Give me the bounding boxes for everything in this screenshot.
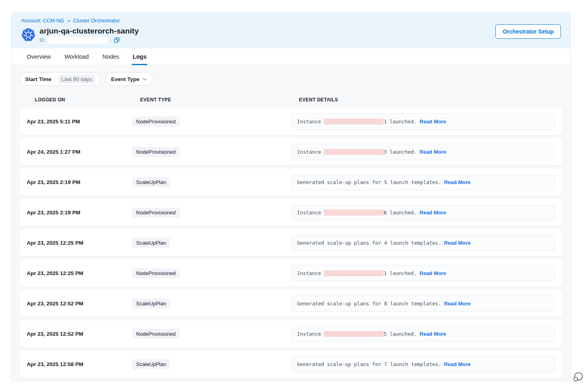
logged-on-value: Apr 23, 2025 12:25 PM <box>27 270 132 276</box>
table-row: Apr 23, 2025 12:52 PM NodeProvisioned In… <box>20 320 562 347</box>
id-separator: | <box>110 38 111 43</box>
event-type-badge: ScaleUpPlan <box>132 299 170 309</box>
detail-text: Instance <box>297 331 321 337</box>
table-row: Apr 23, 2025 12:25 PM NodeProvisioned In… <box>20 259 562 287</box>
redacted-instance-id <box>324 149 384 155</box>
chevron-down-icon <box>143 78 147 81</box>
event-details-box: Instance1 launched.Read More <box>291 265 555 281</box>
event-details-box: Instance3 launched.Read More <box>291 144 555 160</box>
logged-on-value: Apr 23, 2025 12:52 PM <box>27 331 132 337</box>
tab-workload[interactable]: Workload <box>63 48 89 65</box>
table-row: Apr 23, 2025 12:25 PM ScaleUpPlan Genera… <box>20 229 562 256</box>
detail-text: Instance <box>297 149 321 155</box>
detail-text: Generated scale-up plans for 7 launch te… <box>297 361 441 367</box>
read-more-link[interactable]: Read More <box>420 331 446 337</box>
event-type-badge: NodeProvisioned <box>132 147 180 157</box>
event-details-box: Generated scale-up plans for 7 launch te… <box>291 356 555 372</box>
logged-on-value: Apr 23, 2025 12:58 PM <box>27 361 132 367</box>
event-type-badge: NodeProvisioned <box>132 117 180 127</box>
table-row: Apr 23, 2025 12:58 PM ScaleUpPlan Genera… <box>20 350 562 378</box>
event-type-badge: NodeProvisioned <box>132 329 180 339</box>
breadcrumb-cluster-orchestrator-link[interactable]: Cluster Orchestrator <box>73 18 120 24</box>
detail-text: Instance <box>297 210 321 216</box>
id-label: ID: <box>40 38 46 43</box>
event-details-box: Generated scale-up plans for 4 launch te… <box>291 235 555 251</box>
chat-bubble-icon[interactable] <box>572 371 584 382</box>
logged-on-value: Apr 23, 2025 12:52 PM <box>27 301 132 307</box>
id-redacted-value <box>48 37 108 44</box>
detail-text: Generated scale-up plans for 4 launch te… <box>297 240 441 246</box>
event-details-box: Instance5 launched.Read More <box>291 326 555 342</box>
tab-bar: Overview Workload Nodes Logs <box>12 48 570 65</box>
read-more-link[interactable]: Read More <box>444 179 470 185</box>
event-details-box: Generated scale-up plans for 5 launch te… <box>291 174 555 190</box>
detail-text: B launched. <box>384 210 417 216</box>
detail-text: 3 launched. <box>384 149 417 155</box>
table-row: Apr 23, 2025 5:11 PM NodeProvisioned Ins… <box>20 108 562 135</box>
event-type-filter[interactable]: Event Type <box>105 72 152 86</box>
detail-text: 1 launched. <box>384 270 417 276</box>
filter-divider <box>55 76 55 82</box>
redacted-instance-id <box>324 210 384 216</box>
tab-overview[interactable]: Overview <box>26 48 51 65</box>
tab-logs[interactable]: Logs <box>132 48 147 65</box>
read-more-link[interactable]: Read More <box>420 149 446 155</box>
read-more-link[interactable]: Read More <box>444 240 470 246</box>
event-type-badge: NodeProvisioned <box>132 208 180 218</box>
detail-text: Instance <box>297 270 321 276</box>
redacted-instance-id <box>324 331 384 337</box>
breadcrumb-account-link[interactable]: Account: CCM-NG <box>21 18 64 24</box>
read-more-link[interactable]: Read More <box>444 301 470 307</box>
breadcrumb: Account: CCM-NG > Cluster Orchestrator <box>21 18 561 24</box>
table-row: Apr 24, 2025 1:27 PM NodeProvisioned Ins… <box>20 138 562 165</box>
event-details-box: Instance1 launched.Read More <box>291 113 555 130</box>
redacted-instance-id <box>324 270 384 276</box>
detail-text: Generated scale-up plans for 5 launch te… <box>297 179 441 185</box>
event-type-badge: ScaleUpPlan <box>132 177 170 187</box>
column-header-event-details: EVENT DETAILS <box>299 97 562 103</box>
page-title: arjun-qa-clusterorch-sanity <box>40 27 139 36</box>
logs-content: Start Time Last 90 days Event Type LOGGE… <box>12 65 570 381</box>
cluster-orchestrator-page: Account: CCM-NG > Cluster Orchestrator a… <box>11 12 571 381</box>
read-more-link[interactable]: Read More <box>420 210 446 216</box>
start-time-value: Last 90 days <box>58 75 95 83</box>
logged-on-value: Apr 24, 2025 1:27 PM <box>27 149 132 155</box>
filters-row: Start Time Last 90 days Event Type <box>20 72 562 86</box>
detail-text: Generated scale-up plans for 8 launch te… <box>297 301 441 307</box>
table-row: Apr 23, 2025 2:19 PM NodeProvisioned Ins… <box>20 199 562 226</box>
detail-text: Instance <box>297 119 321 125</box>
event-details-box: InstanceB launched.Read More <box>291 204 555 221</box>
read-more-link[interactable]: Read More <box>444 361 470 367</box>
orchestrator-setup-button[interactable]: Orchestrator Setup <box>495 24 561 39</box>
column-header-event-type: EVENT TYPE <box>140 97 299 103</box>
tab-nodes[interactable]: Nodes <box>101 48 120 65</box>
copy-icon[interactable] <box>114 37 120 43</box>
column-header-logged-on: LOGGED ON <box>35 97 140 103</box>
table-row: Apr 23, 2025 12:52 PM ScaleUpPlan Genera… <box>20 290 562 317</box>
table-row: Apr 23, 2025 2:19 PM ScaleUpPlan Generat… <box>20 168 562 196</box>
logged-on-value: Apr 23, 2025 2:19 PM <box>27 179 132 185</box>
redacted-instance-id <box>324 119 384 125</box>
event-type-badge: ScaleUpPlan <box>132 238 170 248</box>
breadcrumb-separator: > <box>67 18 70 23</box>
detail-text: 1 launched. <box>384 119 417 125</box>
logged-on-value: Apr 23, 2025 12:25 PM <box>27 240 132 246</box>
kubernetes-icon <box>21 28 36 42</box>
page-header: Account: CCM-NG > Cluster Orchestrator a… <box>12 12 570 48</box>
start-time-label: Start Time <box>25 76 51 82</box>
logged-on-value: Apr 23, 2025 5:11 PM <box>27 119 132 125</box>
event-details-box: Generated scale-up plans for 8 launch te… <box>291 295 555 312</box>
read-more-link[interactable]: Read More <box>420 270 446 276</box>
table-header: LOGGED ON EVENT TYPE EVENT DETAILS <box>20 97 562 103</box>
event-type-label: Event Type <box>111 76 139 82</box>
start-time-filter[interactable]: Start Time Last 90 days <box>20 72 101 86</box>
logged-on-value: Apr 23, 2025 2:19 PM <box>27 210 132 216</box>
detail-text: 5 launched. <box>384 331 417 337</box>
event-type-badge: NodeProvisioned <box>132 268 180 278</box>
read-more-link[interactable]: Read More <box>420 119 446 125</box>
event-type-badge: ScaleUpPlan <box>132 359 170 369</box>
table-row-partial <box>20 381 562 381</box>
